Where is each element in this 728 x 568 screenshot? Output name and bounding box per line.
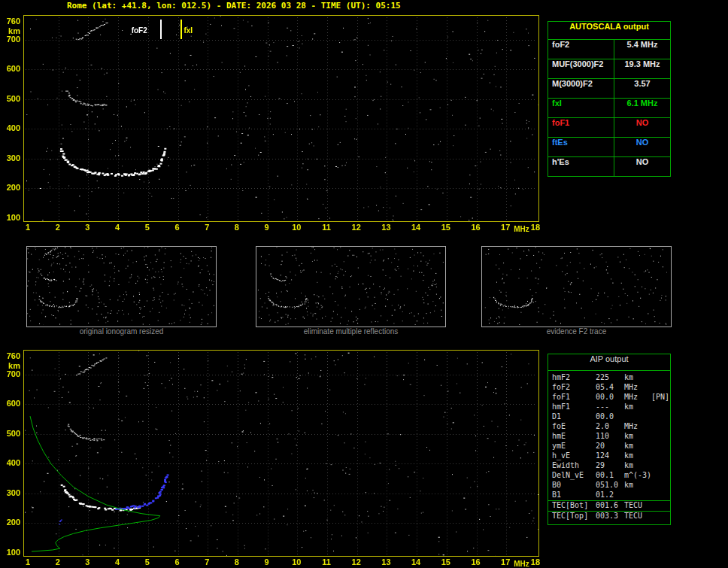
aip-pu: km — [624, 481, 651, 491]
aip-pu: km — [624, 432, 651, 442]
aip-pv: 110 — [596, 432, 624, 442]
x-axis-tick: 7 — [199, 223, 214, 232]
autoscala-row: ftEsNO — [548, 138, 670, 157]
aip-pu: km — [624, 451, 651, 461]
aip-px: [PN] — [651, 393, 670, 402]
autoscala-row-label: h'Es — [548, 157, 614, 176]
aip-pn: B0 — [552, 481, 596, 491]
x-axis-tick: 12 — [349, 557, 364, 566]
aip-px — [651, 501, 670, 511]
y-axis-tick: 760 — [0, 17, 20, 26]
autoscala-row: fxI6.1 MHz — [548, 99, 670, 118]
y-axis-tick: 700 — [0, 35, 20, 44]
aip-rows: hmF2225kmfoF205.4MHzfoF100.0MHz[PN]hmF1-… — [548, 371, 670, 524]
autoscala-row-value: NO — [614, 138, 670, 156]
x-axis-tick: 15 — [438, 223, 453, 232]
x-axis-tick: 12 — [349, 223, 364, 232]
y-axis-unit: km — [0, 361, 20, 370]
y-axis-tick: 600 — [0, 399, 20, 408]
x-axis-tick: 7 — [199, 557, 214, 566]
aip-pu: km — [624, 442, 651, 451]
autoscala-row: h'EsNO — [548, 157, 670, 176]
y-axis-tick: 200 — [0, 183, 20, 192]
x-axis-tick: 17 — [498, 557, 513, 566]
x-axis-tick: 3 — [80, 223, 95, 232]
aip-pu: m^(-3) — [624, 471, 651, 481]
ionogram-bottom: 760700600500400300200100km12345678910111… — [0, 348, 544, 568]
y-axis-tick: 300 — [0, 153, 20, 163]
autoscala-row-label: M(3000)F2 — [548, 79, 614, 98]
x-axis-tick: 15 — [438, 557, 453, 566]
aip-px — [651, 402, 670, 412]
aip-px — [651, 373, 670, 383]
y-axis-unit: km — [0, 26, 20, 35]
x-axis-tick: 16 — [469, 223, 484, 232]
x-axis-tick: 6 — [170, 557, 185, 566]
aip-px — [651, 451, 670, 461]
aip-px — [651, 481, 670, 491]
x-axis-tick: 5 — [140, 557, 155, 566]
aip-pv: 00.1 — [596, 471, 624, 481]
aip-pu: MHz — [624, 393, 651, 402]
thumbnail-eliminate-canvas — [256, 247, 444, 325]
aip-pn: TEC[Top] — [552, 512, 596, 521]
aip-row: D100.0 — [548, 412, 670, 422]
aip-pv: 124 — [596, 451, 624, 461]
aip-row: hmE110km — [548, 432, 670, 442]
autoscala-row-value: NO — [614, 157, 670, 176]
x-axis-tick: 10 — [289, 223, 304, 232]
x-axis-tick: 11 — [319, 557, 334, 566]
autoscala-app-window: Rome (lat: +41.8, lon: 012.5) - DATE: 20… — [0, 0, 728, 568]
x-axis-unit: MHz — [514, 560, 529, 568]
y-axis-tick: 700 — [0, 369, 20, 378]
aip-pn: ymE — [552, 442, 596, 451]
y-axis-tick: 600 — [0, 64, 20, 73]
autoscala-rows: foF25.4 MHzMUF(3000)F219.3 MHzM(3000)F23… — [548, 40, 670, 176]
x-axis-unit: MHz — [514, 225, 529, 233]
x-axis-tick: 1 — [20, 223, 35, 232]
aip-pu: km — [624, 373, 651, 383]
x-axis-tick: 14 — [408, 223, 423, 232]
station-header: Rome (lat: +41.8, lon: 012.5) - DATE: 20… — [67, 1, 401, 11]
x-axis-tick: 8 — [229, 557, 244, 566]
y-axis-tick: 100 — [0, 548, 20, 557]
x-axis-tick: 5 — [140, 223, 155, 232]
aip-row: foE2.0MHz — [548, 422, 670, 432]
autoscala-row-label: foF1 — [548, 118, 614, 137]
aip-pn: Ewidth — [552, 461, 596, 471]
aip-px — [651, 442, 670, 451]
autoscala-row-value: 19.3 MHz — [614, 59, 670, 78]
aip-pn: h_vE — [552, 451, 596, 461]
aip-px — [651, 422, 670, 432]
x-axis-tick: 18 — [528, 223, 543, 232]
aip-title: AIP output — [548, 354, 670, 371]
aip-table: AIP output hmF2225kmfoF205.4MHzfoF100.0M… — [548, 354, 671, 525]
x-axis-tick: 4 — [110, 223, 125, 232]
aip-pu — [624, 412, 651, 422]
thumbnail-eliminate-reflections — [256, 246, 446, 327]
autoscala-row: foF25.4 MHz — [548, 40, 670, 59]
y-axis-tick: 400 — [0, 123, 20, 132]
aip-px — [651, 383, 670, 393]
aip-row: TEC[Bot]001.6TECU — [548, 500, 670, 511]
aip-pn: foF2 — [552, 383, 596, 393]
aip-pn: hmE — [552, 432, 596, 442]
thumbnail-original-canvas — [27, 247, 214, 325]
aip-row: h_vE124km — [548, 451, 670, 461]
x-axis-tick: 16 — [469, 557, 484, 566]
x-axis-tick: 11 — [319, 223, 334, 232]
autoscala-row-value: NO — [614, 118, 670, 137]
thumbnail-caption-evidence: evidence F2 trace — [481, 327, 672, 336]
x-axis-tick: 9 — [259, 557, 275, 566]
x-axis-tick: 2 — [50, 223, 65, 232]
aip-px — [651, 432, 670, 442]
aip-pn: B1 — [552, 491, 596, 500]
x-axis-tick: 18 — [528, 557, 543, 566]
autoscala-row: M(3000)F23.57 — [548, 79, 670, 99]
aip-pn: TEC[Bot] — [552, 501, 596, 511]
aip-pv: 05.4 — [596, 383, 624, 393]
aip-row: TEC[Top]003.3TECU — [548, 511, 670, 521]
aip-row: hmF1---km — [548, 402, 670, 412]
aip-pu: TECU — [624, 512, 651, 521]
aip-pv: 01.2 — [596, 491, 624, 500]
